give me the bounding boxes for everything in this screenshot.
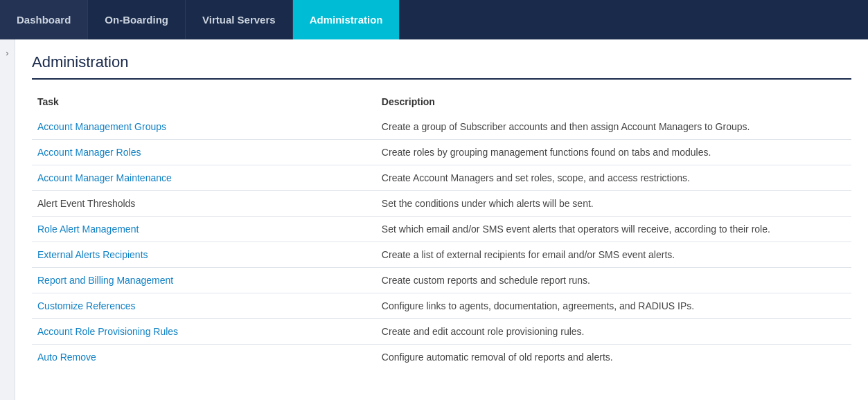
admin-table: Task Description Account Management Grou…	[32, 89, 851, 370]
table-row: Report and Billing ManagementCreate cust…	[32, 268, 851, 293]
nav-item-onboarding[interactable]: On-Boarding	[88, 0, 186, 39]
task-link-1[interactable]: Account Manager Roles	[37, 147, 141, 158]
table-row: Role Alert ManagementSet which email and…	[32, 217, 851, 242]
main-layout: › Administration Task Description Accoun…	[0, 39, 868, 400]
table-row: Account Manager RolesCreate roles by gro…	[32, 140, 851, 165]
table-row: Auto RemoveConfigure automatic removal o…	[32, 345, 851, 370]
nav-item-administration[interactable]: Administration	[293, 0, 400, 39]
task-description-9: Configure automatic removal of old repor…	[376, 345, 851, 370]
task-description-7: Configure links to agents, documentation…	[376, 293, 851, 319]
task-description-4: Set which email and/or SMS event alerts …	[376, 217, 851, 242]
task-description-3: Set the conditions under which alerts wi…	[376, 191, 851, 217]
task-label-3: Alert Event Thresholds	[37, 198, 135, 209]
table-row: Account Management GroupsCreate a group …	[32, 114, 851, 140]
task-link-0[interactable]: Account Management Groups	[37, 121, 166, 132]
task-link-2[interactable]: Account Manager Maintenance	[37, 172, 172, 183]
task-description-0: Create a group of Subscriber accounts an…	[376, 114, 851, 140]
col-header-description: Description	[376, 89, 851, 114]
table-row: Alert Event ThresholdsSet the conditions…	[32, 191, 851, 217]
nav-item-virtual-servers[interactable]: Virtual Servers	[186, 0, 293, 39]
col-header-task: Task	[32, 89, 376, 114]
chevron-right-icon: ›	[6, 48, 8, 58]
task-link-6[interactable]: Report and Billing Management	[37, 275, 173, 286]
sidebar-toggle[interactable]: ›	[0, 39, 15, 400]
main-content: Administration Task Description Account …	[15, 39, 868, 400]
task-link-5[interactable]: External Alerts Recipients	[37, 249, 148, 260]
task-link-4[interactable]: Role Alert Management	[37, 224, 139, 235]
table-row: External Alerts RecipientsCreate a list …	[32, 242, 851, 268]
task-description-8: Create and edit account role provisionin…	[376, 319, 851, 345]
table-row: Account Role Provisioning RulesCreate an…	[32, 319, 851, 345]
task-description-5: Create a list of external recipients for…	[376, 242, 851, 268]
task-link-7[interactable]: Customize References	[37, 300, 136, 311]
task-description-6: Create custom reports and schedule repor…	[376, 268, 851, 293]
table-row: Customize ReferencesConfigure links to a…	[32, 293, 851, 319]
nav-item-dashboard[interactable]: Dashboard	[0, 0, 88, 39]
task-link-9[interactable]: Auto Remove	[37, 352, 96, 363]
page-title: Administration	[32, 53, 851, 80]
top-nav: DashboardOn-BoardingVirtual ServersAdmin…	[0, 0, 868, 39]
table-row: Account Manager MaintenanceCreate Accoun…	[32, 165, 851, 191]
task-description-1: Create roles by grouping management func…	[376, 140, 851, 165]
task-description-2: Create Account Managers and set roles, s…	[376, 165, 851, 191]
task-link-8[interactable]: Account Role Provisioning Rules	[37, 326, 178, 337]
